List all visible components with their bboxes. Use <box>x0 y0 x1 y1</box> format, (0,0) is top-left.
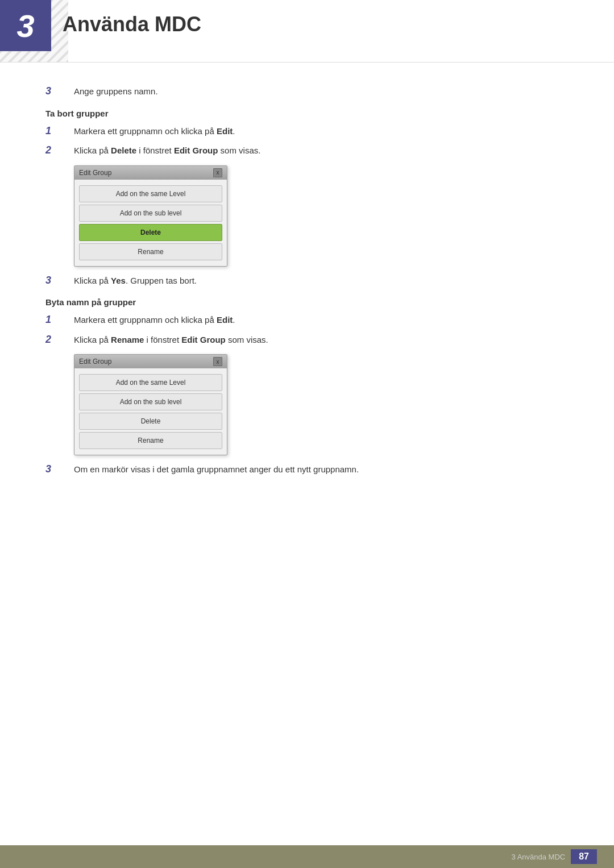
dialog2-add-sub-level-button[interactable]: Add on the sub level <box>79 393 222 410</box>
step-num-s2-3: 3 <box>45 463 74 475</box>
dialog1-title: Edit Group <box>79 169 111 177</box>
section1-heading: Ta bort grupper <box>45 109 569 118</box>
dialog2-add-same-level-button[interactable]: Add on the same Level <box>79 374 222 391</box>
section1-step2: 2 Klicka på Delete i fönstret Edit Group… <box>45 144 569 157</box>
dialog2-title: Edit Group <box>79 358 111 366</box>
dialog2-titlebar: Edit Group x <box>74 355 227 368</box>
dialog1-add-sub-level-button[interactable]: Add on the sub level <box>79 205 222 222</box>
page-header: 3 Använda MDC <box>0 0 614 63</box>
dialog1-close-button[interactable]: x <box>213 168 222 177</box>
step-text-s1-3: Klicka på Yes. Gruppen tas bort. <box>74 275 197 288</box>
section2-heading: Byta namn på grupper <box>45 297 569 307</box>
dialog1-body: Add on the same Level Add on the sub lev… <box>74 180 227 266</box>
chapter-title: Använda MDC <box>63 13 201 36</box>
step-num-intro: 3 <box>45 85 74 97</box>
dialog1-delete-button[interactable]: Delete <box>79 224 222 241</box>
dialog1-rename-button[interactable]: Rename <box>79 243 222 260</box>
footer-label: 3 Använda MDC <box>512 853 566 861</box>
edit-group-dialog-2: Edit Group x Add on the same Level Add o… <box>74 354 227 455</box>
step-text-s2-3: Om en markör visas i det gamla gruppnamn… <box>74 463 359 476</box>
step-text-intro: Ange gruppens namn. <box>74 85 158 98</box>
dialog2-wrapper: Edit Group x Add on the same Level Add o… <box>74 354 569 455</box>
section2-step1: 1 Markera ett gruppnamn och klicka på Ed… <box>45 314 569 327</box>
step-num-s1-1: 1 <box>45 125 74 137</box>
step-text-s1-2: Klicka på Delete i fönstret Edit Group s… <box>74 144 260 157</box>
section1-step3: 3 Klicka på Yes. Gruppen tas bort. <box>45 275 569 288</box>
step-num-s2-1: 1 <box>45 314 74 326</box>
page-footer: 3 Använda MDC 87 <box>0 845 614 868</box>
intro-step3: 3 Ange gruppens namn. <box>45 85 569 98</box>
section1-step1: 1 Markera ett gruppnamn och klicka på Ed… <box>45 125 569 138</box>
dialog2-close-button[interactable]: x <box>213 357 222 366</box>
section2-step3: 3 Om en markör visas i det gamla gruppna… <box>45 463 569 476</box>
dialog1-wrapper: Edit Group x Add on the same Level Add o… <box>74 165 569 267</box>
step-num-s2-2: 2 <box>45 334 74 346</box>
edit-group-dialog-1: Edit Group x Add on the same Level Add o… <box>74 165 227 267</box>
dialog2-delete-button[interactable]: Delete <box>79 413 222 430</box>
section2-step2: 2 Klicka på Rename i fönstret Edit Group… <box>45 334 569 347</box>
dialog2-body: Add on the same Level Add on the sub lev… <box>74 368 227 455</box>
main-content: 3 Ange gruppens namn. Ta bort grupper 1 … <box>0 63 614 529</box>
step-num-s1-3: 3 <box>45 275 74 286</box>
step-text-s1-1: Markera ett gruppnamn och klicka på Edit… <box>74 125 235 138</box>
dialog1-titlebar: Edit Group x <box>74 166 227 180</box>
page-number: 87 <box>571 849 597 864</box>
step-num-s1-2: 2 <box>45 144 74 156</box>
dialog1-add-same-level-button[interactable]: Add on the same Level <box>79 185 222 202</box>
chapter-number: 3 <box>0 0 51 51</box>
dialog2-rename-button[interactable]: Rename <box>79 432 222 449</box>
step-text-s2-1: Markera ett gruppnamn och klicka på Edit… <box>74 314 235 327</box>
step-text-s2-2: Klicka på Rename i fönstret Edit Group s… <box>74 334 268 347</box>
